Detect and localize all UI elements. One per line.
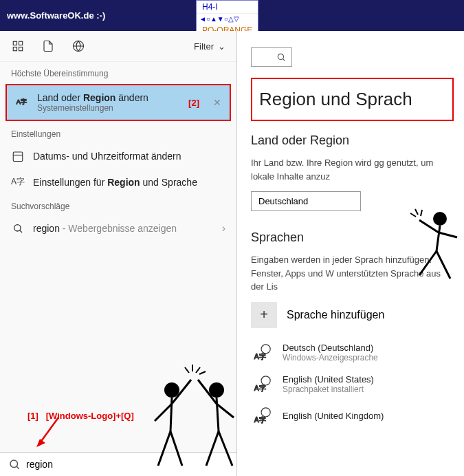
settings-search[interactable]: [251, 47, 292, 67]
svg-point-15: [278, 54, 283, 59]
page-title: Region und Sprach: [259, 89, 445, 110]
settings-panel: Region und Sprach Land oder Region Ihr L…: [237, 31, 464, 476]
language-item-en-gb[interactable]: A字 English (United Kingdom): [251, 405, 454, 427]
cortana-search-box[interactable]: [0, 452, 236, 476]
language-globe-icon: A字: [251, 405, 273, 427]
country-desc: Ihr Land bzw. Ihre Region wird gg genutz…: [251, 156, 454, 183]
section-settings: Einstellungen: [0, 122, 236, 143]
language-item-en-us[interactable]: A字 English (United States) Sprachpaket i…: [251, 374, 454, 396]
svg-rect-7: [13, 152, 23, 162]
svg-rect-2: [13, 47, 16, 51]
svg-rect-0: [13, 41, 16, 45]
language-icon: A字: [11, 176, 25, 188]
search-icon: [8, 458, 21, 470]
languages-heading: Sprachen: [251, 230, 454, 245]
country-heading: Land oder Region: [251, 133, 454, 148]
site-label: www.SoftwareOK.de :-): [7, 10, 105, 21]
svg-point-17: [261, 344, 270, 353]
chevron-down-icon: ⌄: [218, 41, 225, 52]
svg-marker-12: [36, 439, 45, 447]
svg-point-21: [261, 407, 270, 416]
svg-text:A字: A字: [254, 353, 266, 360]
result-region-settings[interactable]: A字 Land oder Region ändern Systemeinstel…: [5, 84, 231, 121]
apps-tab-icon[interactable]: [11, 39, 25, 53]
languages-desc: Eingaben werden in jeder Sprach hinzufüg…: [251, 253, 454, 294]
calendar-icon: [11, 150, 25, 162]
svg-rect-3: [19, 47, 23, 51]
svg-point-13: [10, 460, 18, 468]
add-language[interactable]: + Sprache hinzufügen: [251, 302, 454, 328]
svg-line-16: [283, 58, 285, 61]
result-text: Land oder Region ändern Systemeinstellun…: [37, 92, 180, 113]
filter-button[interactable]: Filter ⌄: [194, 41, 225, 52]
dropdown-nav-icons[interactable]: ◄○▲▼○△▽: [197, 14, 258, 24]
documents-tab-icon[interactable]: [41, 39, 55, 53]
settings-title-highlight: Region und Sprach: [251, 78, 454, 121]
search-icon: [11, 223, 25, 234]
svg-text:A字: A字: [16, 98, 27, 105]
cortana-tabs: Filter ⌄: [0, 31, 236, 62]
chevron-right-icon: ›: [222, 222, 225, 235]
search-icon: [276, 52, 286, 62]
svg-point-19: [261, 376, 270, 385]
language-globe-icon: A字: [251, 342, 273, 364]
svg-text:A字: A字: [254, 416, 266, 424]
section-best-match: Höchste Übereinstimmung: [0, 62, 236, 83]
language-icon: A字: [15, 96, 29, 109]
annotation-2: [2]: [188, 98, 199, 108]
filter-label: Filter: [194, 41, 214, 52]
svg-line-10: [20, 230, 22, 232]
svg-rect-1: [19, 41, 23, 45]
plus-icon: +: [251, 302, 277, 328]
language-globe-icon: A字: [251, 374, 273, 396]
web-tab-icon[interactable]: [71, 39, 85, 53]
svg-point-9: [14, 225, 21, 231]
result-region-lang[interactable]: A字 Einstellungen für Region und Sprache: [0, 169, 236, 195]
svg-text:A字: A字: [254, 385, 266, 392]
dropdown-item[interactable]: H4-I: [197, 1, 258, 14]
annotation-arrow: [34, 414, 62, 448]
svg-line-14: [16, 466, 19, 469]
result-web-suggest[interactable]: region - Webergebnisse anzeigen ›: [0, 215, 236, 241]
section-suggestions: Suchvorschläge: [0, 195, 236, 215]
language-item-de[interactable]: A字 Deutsch (Deutschland) Windows-Anzeige…: [251, 342, 454, 364]
search-input[interactable]: [26, 459, 228, 470]
close-icon[interactable]: ✕: [213, 97, 221, 108]
country-select[interactable]: Deutschland: [251, 191, 361, 211]
svg-line-11: [40, 418, 58, 443]
cortana-search-panel: Filter ⌄ Höchste Übereinstimmung A字 Land…: [0, 31, 237, 476]
add-language-label: Sprache hinzufügen: [287, 309, 384, 321]
result-datetime[interactable]: Datums- und Uhrzeitformat ändern: [0, 143, 236, 169]
